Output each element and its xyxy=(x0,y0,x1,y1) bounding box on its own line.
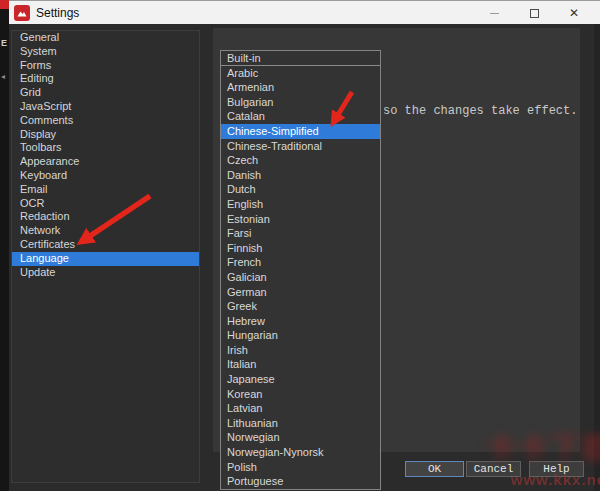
window-controls: ✕ xyxy=(474,1,594,25)
sidebar-item[interactable]: Display xyxy=(12,128,199,142)
language-option[interactable]: Estonian xyxy=(221,212,380,227)
background-red-icon xyxy=(0,0,9,9)
minimize-button[interactable] xyxy=(474,1,514,25)
close-icon: ✕ xyxy=(569,7,579,19)
settings-window: E ◂ Settings ✕ so the changes take effec… xyxy=(0,0,600,491)
language-option[interactable]: German xyxy=(221,285,380,300)
sidebar-item[interactable]: General xyxy=(12,31,199,45)
minimize-icon xyxy=(490,13,499,14)
watermark-url: www.kkx.net xyxy=(511,471,600,488)
annotation-arrow-chinese-icon xyxy=(318,88,360,134)
watermark-text: 卡卡下载 xyxy=(486,428,600,469)
sidebar-item[interactable]: Update xyxy=(12,266,199,280)
language-option[interactable]: Korean xyxy=(221,387,380,402)
language-option[interactable]: Portuguese xyxy=(221,474,380,489)
background-edge-arrow-icon: ◂ xyxy=(1,72,5,81)
annotation-arrow-language-icon xyxy=(57,190,157,258)
window-title: Settings xyxy=(36,6,79,20)
language-option[interactable]: Norwegian-Nynorsk xyxy=(221,445,380,460)
sidebar-item[interactable]: Comments xyxy=(12,114,199,128)
language-option[interactable]: Norwegian xyxy=(221,430,380,445)
sidebar-item[interactable]: Grid xyxy=(12,86,199,100)
language-option[interactable]: Hungarian xyxy=(221,328,380,343)
language-option[interactable]: Lithuanian xyxy=(221,416,380,431)
background-edge-letter: E xyxy=(1,38,7,48)
sidebar-item[interactable]: JavaScript xyxy=(12,100,199,114)
language-option[interactable]: Galician xyxy=(221,270,380,285)
sidebar-item[interactable]: Toolbars xyxy=(12,141,199,155)
language-option[interactable]: French xyxy=(221,255,380,270)
language-option[interactable]: Polish xyxy=(221,460,380,475)
maximize-icon xyxy=(530,9,539,18)
maximize-button[interactable] xyxy=(514,1,554,25)
close-button[interactable]: ✕ xyxy=(554,1,594,25)
language-option[interactable]: Chinese-Traditional xyxy=(221,139,380,154)
language-option[interactable]: Greek xyxy=(221,299,380,314)
sidebar-item[interactable]: Forms xyxy=(12,59,199,73)
language-option[interactable]: Dutch xyxy=(221,182,380,197)
language-option[interactable]: Czech xyxy=(221,153,380,168)
language-option[interactable]: Built-in xyxy=(221,51,380,66)
ok-button[interactable]: OK xyxy=(405,461,464,477)
language-option[interactable]: Danish xyxy=(221,168,380,183)
language-option[interactable]: Latvian xyxy=(221,401,380,416)
language-option[interactable]: Arabic xyxy=(221,66,380,81)
language-option[interactable]: Farsi xyxy=(221,226,380,241)
sidebar-item[interactable]: Keyboard xyxy=(12,169,199,183)
window-right-edge xyxy=(594,24,600,491)
language-option[interactable]: Hebrew xyxy=(221,314,380,329)
language-option[interactable]: Finnish xyxy=(221,241,380,256)
titlebar: Settings ✕ xyxy=(9,0,600,24)
sidebar-item[interactable]: Editing xyxy=(12,72,199,86)
language-option[interactable]: English xyxy=(221,197,380,212)
restart-notice-fragment: so the changes take effect. xyxy=(383,104,577,118)
language-option[interactable]: Japanese xyxy=(221,372,380,387)
background-window-edge: E ◂ xyxy=(0,0,9,491)
sidebar-item[interactable]: Appearance xyxy=(12,155,199,169)
language-option[interactable]: Irish xyxy=(221,343,380,358)
sidebar-item[interactable]: System xyxy=(12,45,199,59)
app-logo-icon xyxy=(14,5,30,21)
language-option[interactable]: Italian xyxy=(221,357,380,372)
